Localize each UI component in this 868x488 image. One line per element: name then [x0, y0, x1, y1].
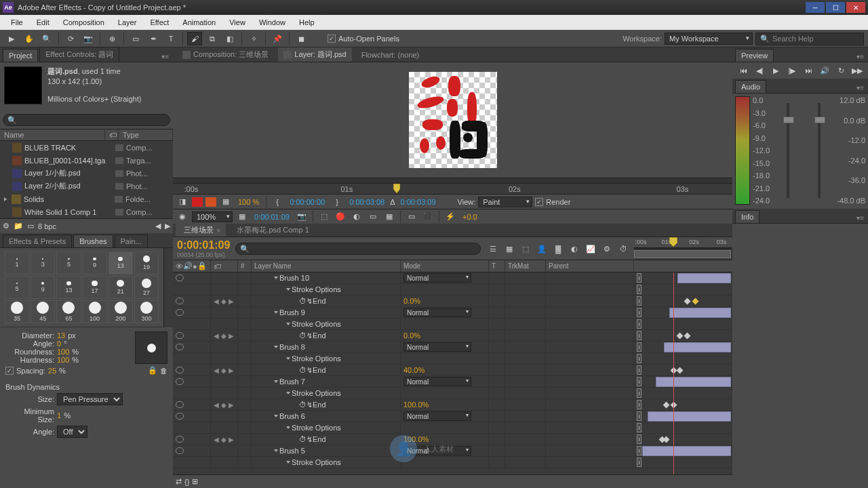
panel-menu-icon[interactable]: ▾≡: [157, 52, 173, 62]
menu-effect[interactable]: Effect: [143, 16, 176, 28]
blend-mode-select[interactable]: Normal: [403, 308, 471, 317]
tab-composition-view[interactable]: Composition: 三维场景: [177, 47, 274, 62]
brush-preset[interactable]: 13: [56, 276, 81, 299]
eye-col-icon[interactable]: 👁: [176, 262, 183, 270]
brush-roundness-value[interactable]: 100: [57, 348, 69, 356]
tab-info[interactable]: Info: [735, 210, 760, 223]
visibility-toggle[interactable]: [176, 436, 184, 443]
view-1-icon[interactable]: ▭: [405, 211, 418, 223]
roi-icon[interactable]: ▭: [366, 211, 380, 223]
solo-col-icon[interactable]: ●: [193, 262, 197, 270]
layer-playhead-icon[interactable]: [393, 184, 400, 193]
red-swatch-icon[interactable]: [192, 197, 203, 207]
visibility-toggle[interactable]: [176, 298, 184, 304]
keyframe-nav[interactable]: ◀ ◆ ▶: [214, 298, 234, 305]
workspace-select[interactable]: My Workspace: [665, 33, 753, 45]
stopwatch-icon[interactable]: ⏱: [299, 435, 307, 443]
viewer-time-ruler[interactable]: :00s01s02s03s: [173, 183, 732, 194]
brush-preset[interactable]: 1: [5, 251, 29, 274]
brush-spacing-value[interactable]: 25: [48, 367, 56, 375]
blend-mode-select[interactable]: Normal: [403, 377, 471, 386]
end-property-value[interactable]: 40.0%: [403, 366, 425, 374]
new-folder-icon[interactable]: 📁: [14, 222, 23, 230]
brush-preset[interactable]: 3: [31, 251, 55, 274]
view-mode-select[interactable]: Paint: [478, 197, 532, 207]
pen-tool-icon[interactable]: ✒: [146, 32, 161, 45]
orange-swatch-icon[interactable]: [205, 197, 216, 207]
keyframe-diamond[interactable]: [663, 402, 669, 409]
last-frame-button[interactable]: ⏭: [802, 65, 814, 76]
show-channel-icon[interactable]: ⬚: [317, 211, 331, 223]
exposure-value[interactable]: +0.0: [460, 213, 480, 221]
min-size-value[interactable]: 1: [57, 411, 61, 420]
keyframe-nav[interactable]: ◀ ◆ ▶: [214, 332, 234, 340]
text-tool-icon[interactable]: T: [163, 32, 178, 45]
out-point-time[interactable]: 0:00:03:08: [347, 198, 387, 206]
timeline-playhead-icon[interactable]: [669, 237, 677, 247]
project-search-input[interactable]: 🔍: [3, 114, 170, 126]
lock-col-icon[interactable]: 🔒: [197, 262, 207, 270]
tab-brushes[interactable]: Brushes: [73, 235, 113, 247]
rotation-tool-icon[interactable]: ⟳: [63, 32, 78, 45]
loop-icon[interactable]: ↻: [835, 65, 847, 76]
tl-comp-mini-icon[interactable]: ▦: [502, 243, 516, 255]
zoom-select[interactable]: 100%: [192, 211, 233, 222]
column-tag-icon[interactable]: 🏷: [105, 129, 119, 140]
label-col-icon[interactable]: 🏷: [214, 262, 221, 270]
current-time-display[interactable]: 0:00:01:09: [252, 213, 292, 221]
rectangle-tool-icon[interactable]: ▭: [128, 32, 143, 45]
timeline-layer-row[interactable]: Brush 9Normal: [173, 307, 634, 319]
tl-motionblur-icon[interactable]: ◐: [568, 243, 581, 255]
new-comp-icon[interactable]: ▭: [27, 222, 34, 230]
size-dynamics-select[interactable]: Pen Pressure: [57, 393, 123, 405]
snapshot-icon[interactable]: 📷: [295, 211, 309, 223]
maximize-button[interactable]: ☐: [826, 2, 845, 13]
puppet-tool-icon[interactable]: 📌: [270, 32, 285, 45]
brush-preset[interactable]: 19: [134, 251, 159, 274]
menu-help[interactable]: Help: [292, 16, 321, 28]
panel-menu-icon[interactable]: ▾≡: [852, 83, 868, 93]
pixel-aspect-icon[interactable]: ⬛: [421, 211, 435, 223]
timeline-tab-2[interactable]: 水墨梅花.psd Comp 1: [229, 224, 314, 237]
paint-color-icon[interactable]: ◼: [294, 32, 309, 45]
brush-preset[interactable]: 27: [134, 276, 159, 299]
tab-effects-presets[interactable]: Effects & Presets: [3, 235, 72, 247]
brush-scrollbar[interactable]: [163, 248, 173, 327]
menu-view[interactable]: View: [222, 16, 252, 28]
audio-slider-left[interactable]: [787, 103, 789, 198]
tab-flowchart-view[interactable]: Flowchart: (none): [356, 49, 425, 61]
menu-edit[interactable]: Edit: [30, 16, 56, 28]
play-button[interactable]: ▶: [770, 65, 782, 76]
first-frame-button[interactable]: ⏮: [737, 65, 749, 76]
close-button[interactable]: ✕: [846, 2, 865, 13]
timeline-timecode[interactable]: 0:00:01:09: [177, 239, 230, 251]
in-bracket-icon[interactable]: {: [271, 196, 284, 208]
visibility-toggle[interactable]: [176, 378, 184, 385]
expression-icon[interactable]: ↯: [307, 401, 313, 409]
brush-preset[interactable]: 5: [5, 276, 29, 299]
brush-hardness-value[interactable]: 100: [57, 356, 69, 364]
camera-tool-icon[interactable]: 📷: [81, 32, 96, 45]
selection-tool-icon[interactable]: ▶: [4, 32, 19, 45]
brush-preset[interactable]: 5: [56, 251, 81, 274]
timeline-track-area[interactable]: IIIIIIIIIIIIIIIII: [634, 272, 732, 474]
brush-preset[interactable]: 13: [108, 251, 133, 274]
timeline-playhead-line[interactable]: [673, 272, 674, 474]
brush-preset[interactable]: 100: [83, 300, 107, 323]
interpret-footage-icon[interactable]: ⚙: [3, 222, 9, 230]
stopwatch-icon[interactable]: ⏱: [299, 401, 307, 409]
brush-diameter-value[interactable]: 13: [57, 331, 65, 340]
expression-icon[interactable]: ↯: [307, 297, 313, 306]
grid-bg-icon[interactable]: ▦: [219, 196, 233, 208]
end-property-value[interactable]: 100.0%: [403, 435, 429, 443]
resolution-icon[interactable]: ▦: [235, 211, 249, 223]
timeline-layer-row[interactable]: Brush 8Normal: [173, 342, 634, 353]
audio-play-icon[interactable]: 🔊: [818, 65, 831, 76]
brush-preset[interactable]: 9: [83, 251, 107, 274]
project-item[interactable]: BLUEB_[0001-0144].tgaTarga...: [0, 154, 173, 167]
bpc-button[interactable]: 8 bpc: [38, 222, 56, 230]
menu-window[interactable]: Window: [252, 16, 292, 28]
stopwatch-icon[interactable]: ⏱: [299, 331, 307, 340]
speaker-col-icon[interactable]: 🔊: [183, 262, 193, 270]
visibility-toggle[interactable]: [176, 401, 184, 408]
